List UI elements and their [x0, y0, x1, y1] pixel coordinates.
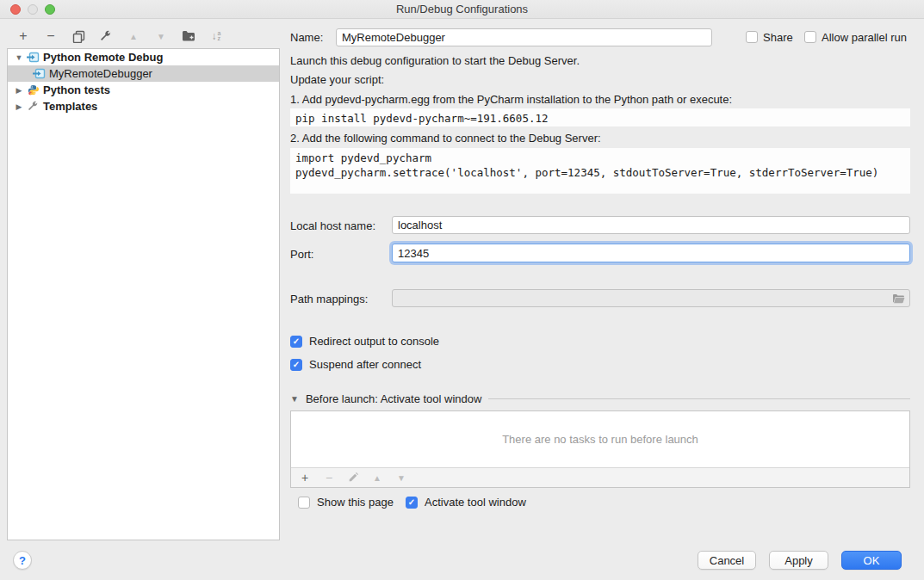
wrench-icon	[100, 30, 112, 42]
down-arrow-icon: ▼	[157, 32, 165, 41]
minus-icon: −	[47, 28, 54, 44]
allow-parallel-run-checkbox[interactable]	[804, 31, 816, 43]
apply-button[interactable]: Apply	[769, 551, 828, 570]
minus-icon: −	[326, 471, 332, 484]
show-this-page-option[interactable]: Show this page	[298, 496, 394, 509]
check-icon: ✓	[293, 336, 300, 346]
suspend-after-connect-label: Suspend after connect	[309, 358, 421, 371]
new-folder-button[interactable]	[179, 27, 198, 46]
activate-tool-window-checkbox[interactable]: ✓	[406, 497, 418, 509]
edit-templates-button[interactable]	[96, 27, 115, 46]
add-task-button[interactable]: +	[298, 471, 312, 484]
move-down-button[interactable]: ▼	[152, 27, 171, 46]
allow-parallel-run-label: Allow parallel run	[822, 31, 907, 44]
instruction-step-1: 1. Add pydevd-pycharm.egg from the PyCha…	[290, 93, 732, 106]
instruction-step-2: 2. Add the following command to connect …	[290, 132, 601, 145]
remove-task-button[interactable]: −	[322, 471, 336, 484]
redirect-output-option[interactable]: ✓ Redirect output to console	[290, 335, 439, 348]
tree-item-label: Python Remote Debug	[43, 51, 163, 64]
no-tasks-message: There are no tasks to run before launch	[291, 411, 909, 467]
move-up-button[interactable]: ▲	[124, 27, 143, 46]
tasks-toolbar: + − ▲ ▼	[291, 467, 909, 487]
port-label: Port:	[290, 248, 313, 261]
templates-wrench-icon	[27, 101, 40, 112]
pencil-icon	[348, 472, 358, 483]
instruction-line-1: Launch this debug configuration to start…	[290, 54, 580, 67]
remote-debug-config-icon	[33, 68, 46, 79]
down-arrow-icon: ▼	[397, 473, 406, 483]
check-icon: ✓	[408, 497, 415, 507]
configurations-toolbar: + − ▲ ▼ ↓ az	[14, 26, 226, 46]
tree-item-templates[interactable]: ▶ Templates	[8, 98, 279, 114]
configurations-tree: ▼ Python Remote Debug MyRemoteDebugger ▶…	[7, 48, 280, 540]
copy-configuration-button[interactable]	[69, 27, 88, 46]
path-mappings-label: Path mappings:	[290, 293, 368, 305]
help-button[interactable]: ?	[13, 551, 32, 570]
plus-icon: +	[19, 28, 27, 44]
tree-item-label: Python tests	[43, 83, 110, 96]
cancel-button[interactable]: Cancel	[698, 551, 756, 570]
add-configuration-button[interactable]: +	[14, 27, 33, 46]
tree-item-myremotedebugger[interactable]: MyRemoteDebugger	[8, 65, 279, 82]
tree-item-label: MyRemoteDebugger	[49, 67, 152, 80]
suspend-after-connect-checkbox[interactable]: ✓	[290, 359, 302, 371]
before-launch-section-header[interactable]: ▼ Before launch: Activate tool window	[290, 392, 910, 405]
local-host-input[interactable]	[392, 216, 910, 234]
copy-icon	[72, 30, 85, 43]
remove-configuration-button[interactable]: −	[41, 27, 60, 46]
plus-icon: +	[301, 471, 308, 484]
port-input[interactable]	[392, 244, 910, 262]
up-arrow-icon: ▲	[373, 473, 381, 483]
python-tests-icon	[27, 84, 40, 96]
move-task-down-button[interactable]: ▼	[394, 471, 408, 484]
settrace-code: import pydevd_pycharm pydevd_pycharm.set…	[290, 148, 910, 194]
browse-folder-icon[interactable]	[892, 293, 905, 304]
question-mark-icon: ?	[19, 554, 26, 567]
name-input[interactable]	[336, 28, 712, 46]
redirect-output-label: Redirect output to console	[309, 335, 439, 348]
section-divider	[488, 398, 910, 399]
ok-button[interactable]: OK	[841, 551, 902, 570]
remote-debug-config-icon	[27, 52, 40, 63]
tree-expanded-icon[interactable]: ▼	[13, 53, 25, 62]
sort-az-icon: ↓ az	[212, 30, 221, 42]
share-checkbox[interactable]	[746, 31, 758, 43]
instruction-line-2: Update your script:	[290, 73, 384, 86]
move-task-up-button[interactable]: ▲	[370, 471, 384, 484]
tree-collapsed-icon[interactable]: ▶	[13, 102, 25, 111]
pip-install-code: pip install pydevd-pycharm~=191.6605.12	[290, 108, 910, 126]
edit-task-button[interactable]	[346, 471, 360, 484]
sort-configurations-button[interactable]: ↓ az	[207, 27, 226, 46]
tree-collapsed-icon[interactable]: ▶	[13, 86, 25, 95]
run-debug-configurations-dialog: { "window": { "title": "Run/Debug Config…	[0, 0, 924, 580]
configuration-form: Name: Share Allow parallel run Launch th…	[290, 0, 910, 580]
new-folder-icon	[182, 30, 195, 42]
suspend-after-connect-option[interactable]: ✓ Suspend after connect	[290, 358, 421, 371]
local-host-label: Local host name:	[290, 219, 375, 232]
name-label: Name:	[290, 31, 323, 44]
tree-item-label: Templates	[43, 100, 97, 113]
up-arrow-icon: ▲	[129, 32, 138, 41]
before-launch-tasks-box: There are no tasks to run before launch …	[290, 410, 910, 488]
show-this-page-label: Show this page	[317, 496, 394, 509]
check-icon: ✓	[293, 360, 300, 369]
activate-tool-window-label: Activate tool window	[425, 496, 526, 509]
before-launch-title: Before launch: Activate tool window	[306, 392, 482, 405]
activate-tool-window-option[interactable]: ✓ Activate tool window	[406, 496, 526, 509]
redirect-output-checkbox[interactable]: ✓	[290, 336, 302, 348]
tree-item-python-tests[interactable]: ▶ Python tests	[8, 82, 279, 98]
path-mappings-input[interactable]	[392, 289, 910, 307]
section-collapse-icon[interactable]: ▼	[290, 394, 299, 404]
show-this-page-checkbox[interactable]	[298, 497, 310, 509]
share-label: Share	[763, 31, 793, 44]
tree-item-python-remote-debug[interactable]: ▼ Python Remote Debug	[8, 49, 279, 65]
